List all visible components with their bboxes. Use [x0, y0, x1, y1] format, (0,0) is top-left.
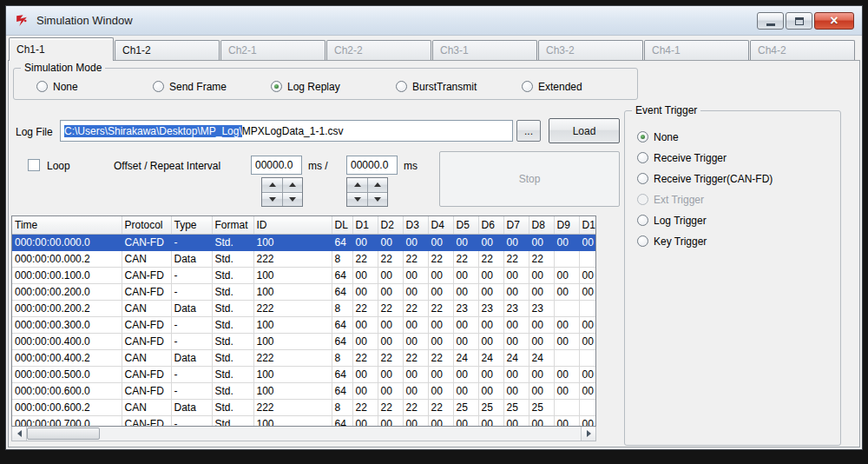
- table-row[interactable]: 000:00:00.300.0CAN-FD-Std.10064000000000…: [12, 316, 596, 333]
- table-row[interactable]: 000:00:00.500.0CAN-FD-Std.10064000000000…: [12, 366, 596, 382]
- offset-coarse-up-button[interactable]: [262, 178, 282, 193]
- column-header-d7[interactable]: D7: [503, 216, 529, 234]
- scrollbar-track[interactable]: [27, 427, 581, 441]
- table-row[interactable]: 000:00:00.000.0CAN-FD-Std.10064000000000…: [12, 234, 596, 250]
- scrollbar-thumb[interactable]: [27, 428, 100, 440]
- event-trigger-option-log-trigger[interactable]: Log Trigger: [637, 214, 773, 227]
- column-header-d1[interactable]: D1: [352, 216, 378, 234]
- table-row[interactable]: 000:00:00.100.0CAN-FD-Std.10064000000000…: [12, 267, 596, 283]
- column-header-d5[interactable]: D5: [453, 216, 478, 234]
- offset-coarse-down-button[interactable]: [262, 193, 282, 207]
- event-trigger-option-key-trigger[interactable]: Key Trigger: [637, 235, 773, 248]
- column-header-d8[interactable]: D8: [529, 216, 554, 234]
- scroll-right-button[interactable]: [581, 427, 595, 441]
- maximize-button[interactable]: [786, 12, 812, 30]
- radio-label: Send Frame: [169, 81, 227, 93]
- tab-ch3-1[interactable]: Ch3-1: [432, 40, 537, 60]
- table-cell: 00: [579, 333, 596, 349]
- simulation-window: Simulation Window Ch1-1Ch1-2Ch2-1Ch2-2Ch…: [5, 5, 863, 450]
- table-cell: 22: [478, 250, 503, 267]
- table-row[interactable]: 000:00:00.200.0CAN-FD-Std.10064000000000…: [12, 283, 596, 300]
- tab-ch2-2[interactable]: Ch2-2: [326, 40, 431, 60]
- close-button[interactable]: [814, 12, 854, 30]
- tab-ch2-1[interactable]: Ch2-1: [220, 40, 326, 60]
- browse-button[interactable]: ...: [516, 120, 541, 142]
- minimize-icon: [766, 23, 775, 26]
- table-row[interactable]: 000:00:00.200.2CANDataStd.22282222222223…: [12, 300, 596, 316]
- event-trigger-option-receive-trigger[interactable]: Receive Trigger: [637, 151, 773, 164]
- table-row[interactable]: 000:00:00.600.2CANDataStd.22282222222225…: [12, 399, 596, 415]
- column-header-d2[interactable]: D2: [378, 216, 403, 234]
- tab-ch1-2[interactable]: Ch1-2: [115, 40, 220, 60]
- app-icon[interactable]: [15, 13, 30, 28]
- interval-coarse-down-button[interactable]: [347, 193, 367, 207]
- table-row[interactable]: 000:00:00.600.0CAN-FD-Std.10064000000000…: [12, 382, 596, 399]
- offset-input[interactable]: 00000.0: [251, 156, 302, 175]
- simulation-mode-option-log-replay[interactable]: Log Replay: [271, 80, 340, 93]
- interval-fine-down-button[interactable]: [368, 193, 387, 207]
- stop-button[interactable]: Stop: [439, 151, 620, 207]
- table-row[interactable]: 000:00:00.000.2CANDataStd.22282222222222…: [12, 250, 596, 267]
- table-cell: 222: [253, 300, 332, 316]
- scroll-left-button[interactable]: [12, 427, 27, 441]
- radio-label: None: [53, 81, 78, 93]
- tab-ch3-2[interactable]: Ch3-2: [538, 40, 643, 60]
- simulation-mode-option-extended[interactable]: Extended: [522, 80, 582, 93]
- table-cell: [554, 250, 579, 267]
- table-cell: 00: [503, 333, 529, 349]
- table-cell: 000:00:00.600.0: [12, 382, 122, 399]
- offset-fine-down-button[interactable]: [283, 193, 302, 207]
- title-bar[interactable]: Simulation Window: [6, 6, 862, 36]
- table-cell: 64: [332, 366, 352, 382]
- table-cell: 000:00:00.200.0: [12, 283, 122, 300]
- column-header-d9[interactable]: D9: [554, 216, 579, 234]
- interval-fine-up-button[interactable]: [368, 178, 387, 193]
- table-cell: 00: [529, 234, 554, 250]
- radio-icon: [637, 215, 648, 226]
- tab-ch4-1[interactable]: Ch4-1: [644, 40, 749, 60]
- table-cell: 64: [332, 415, 352, 427]
- column-header-d4[interactable]: D4: [428, 216, 453, 234]
- interval-unit-label: ms: [404, 160, 418, 172]
- log-file-input[interactable]: C:\Users\Shirakawa\Desktop\MP_Log\MPXLog…: [60, 120, 513, 142]
- column-header-d3[interactable]: D3: [403, 216, 428, 234]
- column-header-d10[interactable]: D10: [579, 216, 596, 234]
- column-header-time[interactable]: Time: [12, 216, 122, 234]
- table-cell: 00: [453, 382, 478, 399]
- simulation-mode-option-send-frame[interactable]: Send Frame: [153, 80, 227, 93]
- column-header-type[interactable]: Type: [171, 216, 212, 234]
- table-row[interactable]: 000:00:00.400.2CANDataStd.22282222222224…: [12, 349, 596, 366]
- tab-ch4-2[interactable]: Ch4-2: [750, 40, 855, 60]
- repeat-interval-input[interactable]: 00000.0: [346, 156, 398, 175]
- column-header-protocol[interactable]: Protocol: [122, 216, 171, 234]
- column-header-format[interactable]: Format: [212, 216, 253, 234]
- table-cell: 22: [378, 300, 403, 316]
- event-trigger-option-ext-trigger[interactable]: Ext Trigger: [637, 193, 773, 206]
- column-header-id[interactable]: ID: [253, 216, 332, 234]
- tab-ch1-1[interactable]: Ch1-1: [9, 37, 114, 61]
- table-row[interactable]: 000:00:00.400.0CAN-FD-Std.10064000000000…: [12, 333, 596, 349]
- interval-coarse-up-button[interactable]: [347, 178, 367, 193]
- arrow-down-icon: [289, 197, 296, 202]
- table-cell: -: [171, 415, 212, 427]
- event-trigger-options: NoneReceive TriggerReceive Trigger(CAN-F…: [637, 130, 773, 248]
- table-cell: 00: [428, 415, 453, 427]
- load-button[interactable]: Load: [549, 118, 620, 143]
- table-cell: CAN: [122, 250, 171, 267]
- radio-icon: [637, 152, 648, 163]
- table-horizontal-scrollbar[interactable]: [11, 427, 596, 441]
- arrow-down-icon: [374, 197, 381, 202]
- column-header-d6[interactable]: D6: [478, 216, 503, 234]
- offset-fine-up-button[interactable]: [283, 178, 302, 193]
- table-row[interactable]: 000:00:00.700.0CAN-FD-Std.10064000000000…: [12, 415, 596, 427]
- simulation-mode-option-bursttransmit[interactable]: BurstTransmit: [396, 80, 477, 93]
- table-cell: 00: [352, 267, 378, 283]
- event-trigger-option-receive-trigger-can-fd[interactable]: Receive Trigger(CAN-FD): [637, 172, 773, 185]
- minimize-button[interactable]: [757, 12, 784, 30]
- simulation-mode-option-none[interactable]: None: [36, 80, 78, 93]
- event-trigger-option-none[interactable]: None: [637, 130, 773, 143]
- column-header-dl[interactable]: DL: [332, 216, 352, 234]
- arrow-up-icon: [289, 182, 296, 187]
- table-cell: CAN-FD: [122, 366, 171, 382]
- loop-checkbox[interactable]: [28, 159, 40, 171]
